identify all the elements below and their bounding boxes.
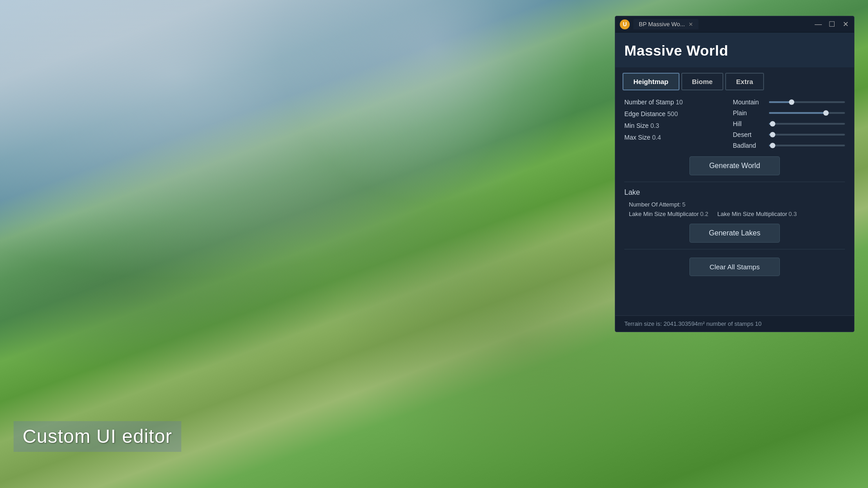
terrain-types-list: Mountain Plain Hil — [733, 99, 845, 149]
tab-close-button[interactable]: ✕ — [689, 21, 693, 28]
terrain-mountain-row: Mountain — [733, 99, 845, 106]
window-tab[interactable]: BP Massive Wo... ✕ — [633, 19, 698, 29]
terrain-mountain-slider[interactable] — [769, 101, 845, 103]
lake-max-size-item: Lake Min Size Multiplicator 0.3 — [717, 211, 797, 217]
title-bar: U BP Massive Wo... ✕ — ☐ ✕ — [615, 16, 854, 33]
terrain-mountain-thumb — [789, 99, 794, 105]
terrain-plain-row: Plain — [733, 109, 845, 117]
lake-size-row: Lake Min Size Multiplicator 0.2 Lake Min… — [629, 211, 845, 217]
editor-panel: U BP Massive Wo... ✕ — ☐ ✕ Massive World… — [615, 16, 854, 332]
lake-params: Number Of Attempt: 5 Lake Min Size Multi… — [624, 201, 845, 217]
terrain-hill-row: Hill — [733, 120, 845, 127]
terrain-hill-slider[interactable] — [769, 123, 845, 125]
lake-attempt-value: 5 — [682, 201, 685, 208]
tab-bar: Heightmap Biome Extra — [615, 67, 854, 90]
lake-attempt-row: Number Of Attempt: 5 — [629, 201, 845, 208]
edge-distance-row: Edge Distance 500 — [624, 110, 724, 117]
terrain-mountain-label: Mountain — [733, 99, 764, 106]
generate-lakes-button[interactable]: Generate Lakes — [689, 224, 780, 243]
close-button[interactable]: ✕ — [841, 20, 849, 28]
terrain-mountain-fill — [769, 101, 792, 103]
clear-all-stamps-button[interactable]: Clear All Stamps — [689, 258, 780, 276]
terrain-badland-label: Badland — [733, 142, 764, 149]
panel-title: Massive World — [624, 42, 845, 59]
number-of-stamp-value: 10 — [676, 99, 683, 106]
terrain-hill-thumb — [770, 121, 775, 127]
terrain-plain-slider[interactable] — [769, 112, 845, 114]
terrain-badland-row: Badland — [733, 142, 845, 149]
terrain-desert-thumb — [770, 132, 775, 137]
panel-header: Massive World — [615, 33, 854, 67]
max-size-label: Max Size — [624, 134, 651, 141]
tab-biome[interactable]: Biome — [681, 73, 724, 90]
terrain-plain-fill — [769, 112, 826, 114]
tab-extra[interactable]: Extra — [725, 73, 764, 90]
generate-world-button[interactable]: Generate World — [689, 156, 780, 175]
lake-attempt-label: Number Of Attempt: — [629, 201, 681, 208]
edge-distance-label: Edge Distance — [624, 110, 665, 117]
terrain-desert-label: Desert — [733, 131, 764, 138]
terrain-plain-label: Plain — [733, 109, 764, 117]
lake-max-size-label: Lake Min Size Multiplicator — [717, 211, 788, 217]
terrain-badland-thumb — [770, 143, 775, 148]
stamp-settings: Number of Stamp 10 Edge Distance 500 Min… — [624, 99, 724, 149]
status-bar: Terrain size is: 2041.303594m² number of… — [615, 315, 854, 332]
lake-section-title: Lake — [624, 188, 845, 197]
tab-heightmap[interactable]: Heightmap — [623, 73, 679, 90]
terrain-plain-thumb — [823, 110, 829, 116]
edge-distance-value: 500 — [667, 110, 678, 117]
terrain-desert-slider[interactable] — [769, 134, 845, 136]
window-controls: — ☐ ✕ — [814, 20, 849, 28]
terrain-hill-label: Hill — [733, 120, 764, 127]
app-icon: U — [620, 19, 630, 29]
settings-row: Number of Stamp 10 Edge Distance 500 Min… — [624, 99, 845, 149]
custom-ui-label: Custom UI editor — [14, 421, 181, 452]
number-of-stamp-label: Number of Stamp — [624, 99, 674, 106]
minimize-button[interactable]: — — [814, 20, 822, 28]
number-of-stamp-row: Number of Stamp 10 — [624, 99, 724, 106]
min-size-label: Min Size — [624, 122, 649, 129]
lake-attempt-item: Number Of Attempt: 5 — [629, 201, 685, 208]
lake-section: Lake Number Of Attempt: 5 Lake Min Size … — [624, 188, 845, 243]
max-size-row: Max Size 0.4 — [624, 134, 724, 141]
status-text: Terrain size is: 2041.303594m² number of… — [624, 320, 762, 327]
lake-min-size-value: 0.2 — [700, 211, 708, 217]
section-divider-2 — [624, 249, 845, 249]
max-size-value: 0.4 — [652, 134, 661, 141]
maximize-button[interactable]: ☐ — [828, 20, 836, 28]
lake-max-size-value: 0.3 — [788, 211, 797, 217]
window-tab-title: BP Massive Wo... — [639, 21, 685, 28]
min-size-value: 0.3 — [651, 122, 659, 129]
terrain-desert-row: Desert — [733, 131, 845, 138]
section-divider — [624, 182, 845, 182]
terrain-type-sliders: Mountain Plain Hil — [733, 99, 845, 149]
min-size-row: Min Size 0.3 — [624, 122, 724, 129]
lake-min-size-label: Lake Min Size Multiplicator — [629, 211, 699, 217]
lake-min-size-item: Lake Min Size Multiplicator 0.2 — [629, 211, 708, 217]
panel-content: Number of Stamp 10 Edge Distance 500 Min… — [615, 90, 854, 315]
terrain-badland-slider[interactable] — [769, 145, 845, 146]
